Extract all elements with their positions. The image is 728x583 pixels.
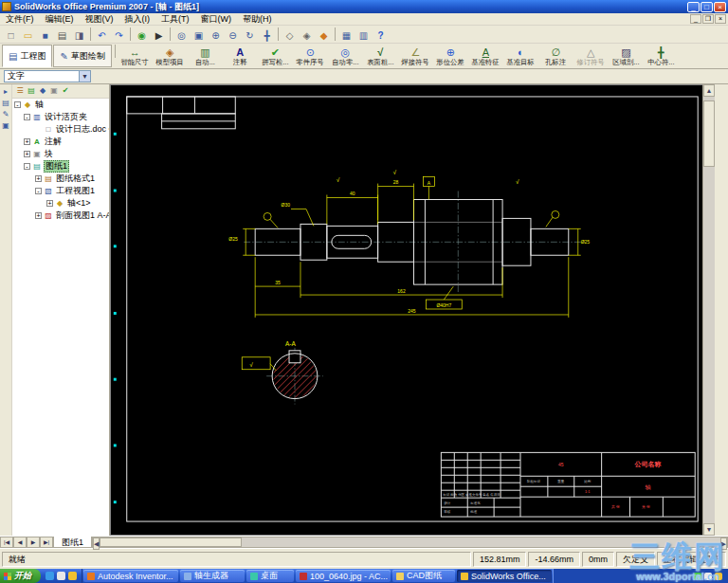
wireframe-icon[interactable] [282,27,298,42]
menu-edit[interactable]: 编辑(E) [40,13,80,26]
scrollbar-thumb[interactable] [100,537,242,547]
weld-symbol-button[interactable]: 焊接符号 [398,45,433,67]
expand-icon[interactable] [35,212,42,219]
expand-icon[interactable] [35,175,42,182]
spell-check-button[interactable]: 拼写检... [258,45,293,67]
tree-item-section-view[interactable]: 剖面视图1 A-A [12,210,109,222]
open-icon[interactable] [20,27,36,42]
zoom-area-icon[interactable] [191,27,207,42]
taskbar-button-solidworks[interactable]: SolidWorks Office... [457,570,552,582]
zoom-in-icon[interactable] [208,27,224,42]
section-view[interactable]: A-A √ [242,316,323,428]
scroll-down-icon[interactable] [703,523,715,536]
menu-window[interactable]: 窗口(W) [195,13,238,26]
show-desktop-icon[interactable] [57,572,65,580]
close-button[interactable] [714,2,726,12]
media-player-icon[interactable] [68,572,77,580]
tree-item-root[interactable]: 轴 [12,99,109,111]
taskbar-button-desktop[interactable]: 桌面 [246,570,294,582]
redo-icon[interactable] [111,27,127,42]
shaded-icon[interactable] [316,27,332,42]
menu-insert[interactable]: 插入(I) [119,13,156,26]
menu-help[interactable]: 帮助(H) [237,13,278,26]
collapse-pane-icon[interactable] [2,87,10,96]
full-screen-icon[interactable] [355,27,372,42]
center-mark-button[interactable]: 中心符... [644,45,679,67]
help-icon[interactable] [373,27,389,42]
auto-balloon-button[interactable]: 自动零... [328,45,363,67]
view-tools-icon[interactable] [2,121,10,130]
geometric-tolerance-button[interactable]: 形位公差 [433,45,468,67]
menu-view[interactable]: 视图(V) [80,13,119,26]
rebuild-icon[interactable] [134,27,150,42]
next-sheet-icon[interactable] [27,537,40,548]
selection-handles[interactable] [114,133,117,503]
tree-item-drawing-view1[interactable]: 工程视图1 [12,185,109,197]
configurationmanager-tab-icon[interactable] [38,86,47,96]
prev-sheet-icon[interactable] [13,537,27,548]
tree-item-sheet1[interactable]: 图纸1 [12,160,109,173]
datum-target-button[interactable]: 基准目标 [503,45,538,67]
section-finish-callout[interactable] [242,357,276,371]
menu-file[interactable]: 文件(F) [0,13,40,26]
rotate-view-icon[interactable] [242,27,258,42]
horizontal-scrollbar[interactable] [92,537,728,548]
taskbar-button-shaft-generator[interactable]: 轴生成器 [180,570,245,582]
tray-icon[interactable] [715,573,722,580]
tree-item-part-instance[interactable]: 轴<1> [12,197,109,210]
sheet-tools-icon[interactable] [2,99,10,107]
displaymanager-tab-icon[interactable] [61,86,70,96]
graphics-area[interactable]: 40 28 Ø30 A Ø25 Ø25 35 162 245 Ø40H7 √ √ [110,84,702,536]
menu-tools[interactable]: 工具(T) [155,13,195,26]
smart-dimension-button[interactable]: 智能尺寸 [118,45,153,67]
drawing-canvas[interactable]: 40 28 Ø30 A Ø25 Ø25 35 162 245 Ø40H7 √ √ [111,85,702,535]
balloon-button[interactable]: 零件序号 [293,45,328,67]
sheet-tab[interactable]: 图纸1 [53,537,92,548]
child-minimize-button[interactable] [690,14,701,24]
tree-item-blocks[interactable]: 块 [12,148,109,160]
ie-icon[interactable] [46,572,54,580]
child-restore-button[interactable] [702,14,714,24]
scrollbar-thumb[interactable] [703,100,715,167]
autodimension-button[interactable]: 自动... [188,45,223,67]
tree-item-design-journal[interactable]: 设计日志.doc <空白> [12,123,109,136]
tree-item-design-binder[interactable]: 设计活页夹 [12,111,109,123]
hole-callout-button[interactable]: 孔标注 [538,45,573,67]
scroll-left-icon[interactable] [93,537,100,550]
scroll-up-icon[interactable] [703,84,715,97]
custom-tab-icon[interactable] [49,86,59,96]
hidden-lines-icon[interactable] [299,27,315,42]
view-orientation-icon[interactable] [338,27,355,42]
sketch-tools-icon[interactable] [2,110,10,118]
expand-icon[interactable] [24,151,30,157]
expand-icon[interactable] [24,114,30,120]
taskbar-button-inventor[interactable]: Autodesk Inventor... [83,570,178,582]
area-hatch-button[interactable]: 区域剖... [609,45,644,67]
zoom-fit-icon[interactable] [173,27,190,42]
maximize-button[interactable] [701,2,713,12]
font-combo[interactable]: 文字 [4,70,91,82]
propertymanager-tab-icon[interactable] [27,86,36,96]
title-block[interactable]: 公司名称 45 轴 阶段标记 重量 比例 1:1 共 张 第 张 标记 处数 分… [441,452,695,517]
tree-item-annotations[interactable]: 注解 [12,136,109,148]
print-icon[interactable] [54,27,70,42]
expand-icon[interactable] [24,138,30,145]
tray-icon[interactable] [694,573,701,580]
taskbar-button-cad-folder[interactable]: CAD图纸 [392,570,455,582]
scroll-right-icon[interactable] [720,537,727,550]
print-preview-icon[interactable] [71,27,87,42]
tab-sketch[interactable]: ✎ 草图绘制 [53,45,111,67]
expand-icon[interactable] [35,188,42,194]
revision-symbol-button[interactable]: 修订符号 [573,45,609,67]
note-button[interactable]: 注释 [223,45,258,67]
chevron-down-icon[interactable] [79,71,90,82]
select-icon[interactable] [151,27,167,42]
tab-drawing[interactable]: ▤ 工程图 [2,45,52,67]
taskbar-button-image[interactable]: 100_0640.jpg - AC... [296,570,391,582]
last-sheet-icon[interactable] [40,537,53,548]
datum-feature-button[interactable]: 基准特征 [468,45,503,67]
new-icon[interactable] [3,27,19,42]
save-icon[interactable] [37,27,53,42]
expand-icon[interactable] [46,200,53,207]
child-close-button[interactable] [715,14,726,24]
